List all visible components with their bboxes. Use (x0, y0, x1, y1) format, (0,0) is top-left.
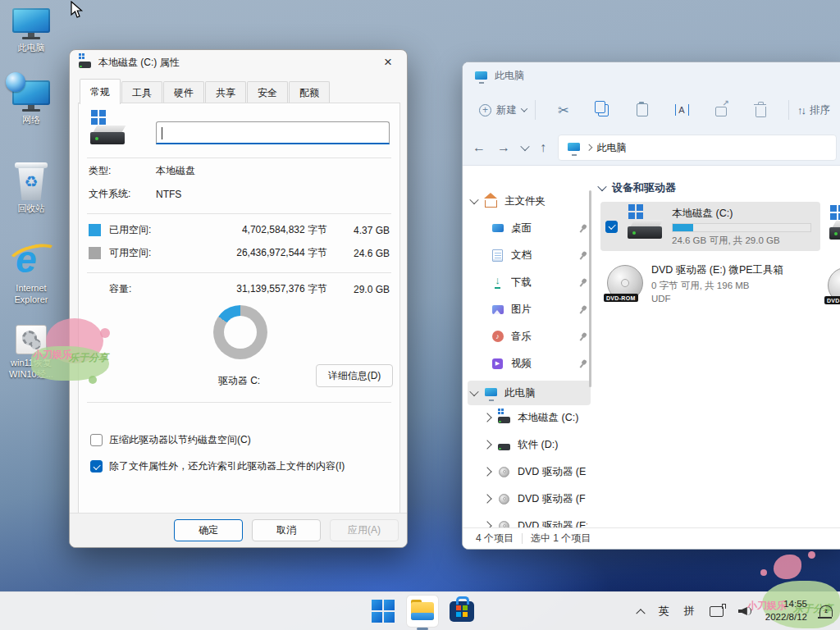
share-button[interactable] (701, 103, 741, 116)
cancel-button[interactable]: 取消 (252, 519, 321, 541)
up-button[interactable]: ↑ (540, 140, 546, 155)
details-button[interactable]: 详细信息(D) (316, 364, 393, 387)
folder-icon (411, 602, 434, 620)
history-chevron-icon[interactable] (520, 142, 529, 151)
tab-sharing[interactable]: 共享 (205, 81, 246, 104)
tab-quota[interactable]: 配额 (289, 81, 330, 104)
dialog-title: 本地磁盘 (C:) 属性 (98, 56, 371, 70)
dvd-partial-icon[interactable]: DVD-ROM (828, 267, 840, 304)
sidebar-item-desktop[interactable]: 桌面 (487, 216, 591, 240)
compress-checkbox-row[interactable]: 压缩此驱动器以节约磁盘空间(C) (90, 433, 251, 447)
this-pc-mini-icon (567, 141, 581, 155)
item-filesystem: UDF (651, 294, 783, 304)
expand-chevron-icon[interactable] (469, 195, 478, 204)
desktop-icon-network[interactable]: 网络 (0, 80, 62, 126)
compress-checkbox[interactable] (90, 434, 103, 446)
collapse-chevron-icon[interactable] (482, 494, 491, 503)
tab-tools[interactable]: 工具 (121, 81, 162, 104)
sidebar-item-pictures[interactable]: 图片 (487, 297, 591, 322)
sidebar-item-label: 主文件夹 (504, 194, 587, 208)
desktop-icon-this-pc[interactable]: 此电脑 (0, 8, 62, 53)
breadcrumb[interactable]: 此电脑 (558, 135, 837, 161)
taskbar-store-button[interactable] (446, 596, 477, 627)
sidebar-item-drive-c[interactable]: 本地磁盘 (C:) (481, 405, 591, 430)
drive-usage-bar (672, 223, 811, 232)
desktop-icon-win11-restore[interactable]: win11恢复 WIN10经... (0, 325, 62, 381)
tab-general[interactable]: 常规 (80, 79, 121, 104)
explorer-titlebar[interactable]: 此电脑 (463, 62, 840, 89)
dialog-titlebar[interactable]: 本地磁盘 (C:) 属性 × (70, 50, 407, 75)
sidebar-scrollbar[interactable] (589, 190, 591, 387)
ok-button[interactable]: 确定 (174, 519, 243, 541)
sidebar-item-dvd-e[interactable]: DVD 驱动器 (E (481, 459, 591, 484)
sidebar-item-label: 此电脑 (504, 386, 587, 400)
sidebar-item-documents[interactable]: 文档 (487, 243, 591, 267)
close-button[interactable]: × (377, 54, 399, 71)
sidebar-item-this-pc[interactable]: 此电脑 (468, 381, 591, 405)
ime-pinyin-indicator[interactable]: 拼 (677, 592, 702, 630)
network-tray-button[interactable] (702, 592, 731, 630)
sidebar-item-home[interactable]: 主文件夹 (468, 189, 591, 213)
type-value: 本地磁盘 (156, 164, 195, 178)
plus-icon: + (479, 104, 491, 116)
index-checkbox[interactable] (90, 460, 103, 472)
cut-button[interactable]: ✂ (544, 103, 583, 118)
volume-label-input[interactable] (156, 121, 390, 144)
filesystem-value: NTFS (156, 189, 181, 200)
tab-hardware[interactable]: 硬件 (163, 81, 204, 104)
trash-icon (756, 107, 766, 117)
tray-chevron-up[interactable] (630, 592, 651, 630)
start-button[interactable] (368, 596, 399, 627)
sidebar-item-label: 图片 (511, 303, 572, 317)
pin-icon (577, 330, 589, 342)
item-checkbox[interactable] (605, 221, 618, 233)
sidebar-item-drive-d[interactable]: 软件 (D:) (481, 432, 591, 457)
new-button[interactable]: + 新建 (479, 103, 527, 117)
sort-arrows-icon: ↑↓ (797, 104, 805, 116)
free-size: 24.6 GB (327, 248, 390, 259)
drive-partial-icon[interactable] (828, 212, 840, 243)
desktop: 此电脑 网络 ♻ 回收站 e Internet Explorer win11恢复… (0, 0, 840, 630)
pin-icon (577, 303, 589, 315)
notification-center-button[interactable]: z (812, 592, 840, 630)
dvd-rom-badge: DVD-ROM (604, 294, 638, 302)
file-item-dvd-e[interactable]: DVD-ROM DVD 驱动器 (E:) 微PE工具箱 0 字节 可用, 共 1… (607, 258, 810, 308)
desktop-icon-label-line1: win11恢复 (0, 357, 62, 368)
sort-button-label: 排序 (810, 103, 830, 117)
drive-c-mini-icon (497, 411, 511, 425)
rename-button[interactable]: A (662, 104, 701, 116)
volume-tray-button[interactable] (731, 592, 760, 630)
downloads-icon: ↓ (491, 276, 504, 290)
ime-english-indicator[interactable]: 英 (651, 592, 677, 630)
desktop-icon-recycle-bin[interactable]: ♻ 回收站 (0, 162, 62, 214)
sidebar-item-dvd-f[interactable]: DVD 驱动器 (F (481, 486, 591, 511)
collapse-chevron-icon[interactable] (482, 467, 491, 476)
sidebar-item-label: 视频 (511, 357, 572, 371)
drive-icon (89, 116, 126, 148)
explorer-window-title: 此电脑 (495, 69, 524, 83)
sort-button[interactable]: ↑↓ 排序 (797, 103, 830, 117)
clock[interactable]: 14:55 2022/8/12 (760, 592, 812, 630)
collapse-chevron-icon[interactable] (482, 440, 491, 449)
copy-button[interactable] (583, 104, 623, 116)
this-pc-mini-icon (474, 69, 488, 83)
network-icon (710, 606, 724, 617)
paste-button[interactable] (623, 103, 662, 116)
tab-security[interactable]: 安全 (247, 81, 288, 104)
sidebar-item-label: DVD 驱动器 (E (518, 465, 587, 479)
breadcrumb-chevron-icon (586, 144, 592, 151)
sidebar-item-videos[interactable]: ▶ 视频 (487, 351, 591, 376)
expand-chevron-icon[interactable] (469, 387, 478, 396)
toolbar-separator (535, 100, 536, 120)
desktop-icon-internet-explorer[interactable]: e Internet Explorer (0, 240, 62, 306)
collapse-chevron-icon[interactable] (482, 413, 491, 422)
forward-button[interactable]: → (497, 140, 510, 155)
sidebar-item-music[interactable]: ♪ 音乐 (487, 324, 591, 349)
section-devices-and-drives[interactable]: 设备和驱动器 (599, 180, 676, 195)
back-button[interactable]: ← (472, 140, 486, 155)
file-item-drive-c[interactable]: 本地磁盘 (C:) 24.6 GB 可用, 共 29.0 GB (600, 202, 820, 251)
delete-button[interactable] (741, 103, 780, 117)
sidebar-item-downloads[interactable]: ↓ 下载 (487, 270, 591, 294)
index-checkbox-row[interactable]: 除了文件属性外，还允许索引此驱动器上文件的内容(I) (90, 459, 345, 473)
taskbar-file-explorer-button[interactable] (407, 596, 438, 627)
